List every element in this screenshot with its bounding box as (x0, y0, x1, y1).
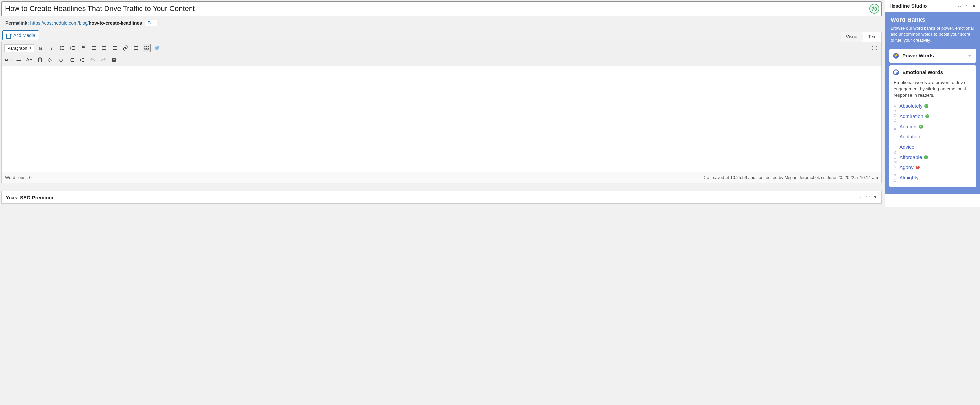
ordered-list-button[interactable]: 123 (69, 44, 76, 52)
word-count: Word count: 0 (5, 175, 32, 180)
twitter-icon[interactable] (153, 44, 161, 52)
word-item[interactable]: Almighty (899, 175, 975, 180)
paste-text-button[interactable] (36, 56, 44, 64)
read-more-button[interactable] (132, 44, 140, 52)
svg-rect-32 (39, 58, 41, 59)
help-button[interactable]: ? (110, 56, 118, 64)
alpha-letter[interactable]: A (894, 104, 897, 108)
power-words-toggle[interactable]: ⚡ Power Words ＋ (889, 49, 976, 63)
alpha-letter[interactable]: K (894, 151, 897, 155)
hs-collapse-icon[interactable]: ▲ (972, 3, 976, 9)
undo-button[interactable] (89, 56, 97, 64)
word-text: Affordable (899, 154, 922, 160)
alpha-letter[interactable]: D (894, 118, 897, 122)
positive-dot-icon (924, 104, 928, 108)
svg-point-4 (60, 49, 61, 50)
editor-mode-tabs: Visual Text (841, 32, 881, 41)
indent-button[interactable] (78, 56, 86, 64)
alpha-letter[interactable]: Q (894, 179, 897, 182)
yoast-title: Yoast SEO Premium (6, 195, 53, 200)
alpha-letter[interactable]: E (894, 123, 897, 127)
permalink-base-link[interactable]: https://coschedule.com/blog/ (30, 21, 89, 26)
word-item[interactable]: Adulation (899, 134, 975, 139)
svg-rect-21 (134, 46, 138, 47)
alpha-letter[interactable]: I (894, 141, 897, 145)
edit-permalink-button[interactable]: Edit (145, 20, 158, 26)
align-right-button[interactable] (111, 44, 119, 52)
horizontal-rule-button[interactable]: — (15, 56, 23, 64)
word-list: AbsolutelyAdmirationAdmirerAdulationAdvi… (899, 103, 975, 182)
alpha-letter[interactable]: J (894, 146, 897, 150)
permalink-slug: how-to-create-headlines (89, 21, 142, 26)
word-item[interactable]: Admirer (899, 124, 975, 129)
alpha-letter[interactable]: O (894, 169, 897, 173)
word-banks-hero: Word Banks Browse our word banks of powe… (885, 12, 980, 49)
post-title-input[interactable] (5, 2, 867, 15)
svg-rect-26 (148, 46, 149, 47)
align-left-button[interactable] (90, 44, 98, 52)
toolbar-row-2: ABC — A ▼ Ω (2, 54, 881, 66)
word-item[interactable]: Agony (899, 164, 975, 170)
emotional-words-label: Emotional Words (902, 69, 964, 75)
negative-dot-icon (916, 166, 920, 169)
title-container: 70 (1, 1, 881, 16)
permalink-label: Permalink: (5, 21, 29, 26)
editor-statusbar: Word count: 0 Draft saved at 10:25:59 am… (2, 172, 881, 183)
toolbar-toggle-button[interactable] (143, 44, 151, 52)
link-button[interactable] (121, 44, 129, 52)
editor-canvas[interactable] (2, 66, 881, 172)
svg-rect-31 (39, 58, 41, 62)
add-media-button[interactable]: Add Media (2, 30, 39, 40)
yoast-up-icon[interactable]: ︿ (859, 195, 863, 200)
bold-button[interactable]: B (37, 44, 45, 52)
word-item[interactable]: Affordable (899, 154, 975, 160)
word-text: Advice (899, 144, 914, 150)
positive-dot-icon (924, 155, 928, 159)
yoast-panel: Yoast SEO Premium ︿ ﹀ ▼ (1, 191, 881, 204)
word-item[interactable]: Admiration (899, 113, 975, 119)
toolbar-row-1: Paragraph B I 123 ❝ (2, 42, 881, 54)
italic-button[interactable]: I (48, 44, 56, 52)
clear-formatting-button[interactable] (46, 56, 54, 64)
hs-prev-icon[interactable]: ︿ (958, 3, 961, 9)
alpha-letter[interactable]: B (894, 109, 897, 113)
alpha-index[interactable]: ABCDEFGHIJKLMNOPQ (894, 103, 897, 182)
positive-dot-icon (919, 124, 923, 129)
alpha-letter[interactable]: F (894, 128, 897, 131)
tab-visual[interactable]: Visual (841, 32, 863, 41)
svg-text:?: ? (113, 59, 115, 62)
tab-text[interactable]: Text (863, 32, 881, 41)
alpha-letter[interactable]: P (894, 174, 897, 178)
blockquote-button[interactable]: ❝ (79, 44, 87, 52)
alpha-letter[interactable]: G (894, 132, 897, 136)
alpha-letter[interactable]: L (894, 155, 897, 159)
svg-rect-27 (144, 48, 145, 49)
word-item[interactable]: Advice (899, 144, 975, 150)
svg-point-2 (60, 48, 61, 48)
minus-icon: — (967, 70, 972, 75)
alpha-letter[interactable]: C (894, 114, 897, 118)
alpha-letter[interactable]: M (894, 160, 897, 164)
yoast-toggle-icon[interactable]: ▼ (873, 195, 877, 200)
strikethrough-button[interactable]: ABC (4, 56, 12, 64)
align-center-button[interactable] (100, 44, 108, 52)
svg-point-0 (60, 46, 61, 47)
text-color-button[interactable]: A ▼ (25, 56, 33, 64)
bullet-list-button[interactable] (58, 44, 66, 52)
outdent-button[interactable] (68, 56, 76, 64)
emotional-words-toggle[interactable]: Emotional Words — (889, 65, 976, 79)
svg-rect-25 (146, 46, 147, 47)
alpha-letter[interactable]: H (894, 137, 897, 141)
special-char-button[interactable]: Ω (57, 56, 65, 64)
word-banks-sub: Browse our word banks of power, emotiona… (891, 26, 975, 44)
word-text: Agony (899, 164, 914, 170)
format-select[interactable]: Paragraph (4, 44, 34, 52)
svg-text:3: 3 (70, 48, 71, 50)
emotional-icon (893, 69, 899, 75)
yoast-down-icon[interactable]: ﹀ (866, 195, 870, 200)
redo-button[interactable] (99, 56, 107, 64)
fullscreen-button[interactable] (871, 44, 879, 52)
alpha-letter[interactable]: N (894, 164, 897, 169)
hs-next-icon[interactable]: ﹀ (965, 3, 969, 9)
word-item[interactable]: Absolutely (899, 103, 975, 109)
